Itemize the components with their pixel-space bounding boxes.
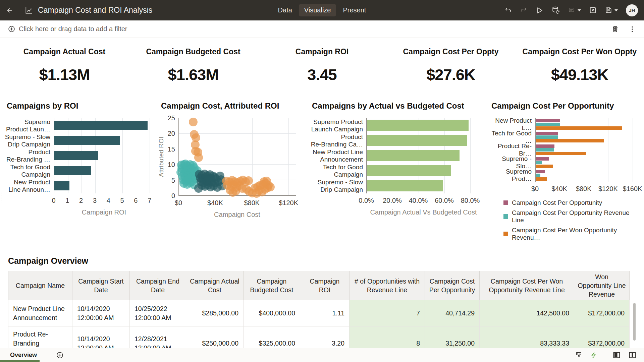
add-canvas-plus-icon[interactable] xyxy=(56,352,63,359)
refresh-data-icon[interactable] xyxy=(551,6,560,14)
gridline xyxy=(633,118,633,182)
x-axis: 0.0%20.0%40.0%60.0%80.0% xyxy=(366,197,481,205)
left-panel-toggle-icon[interactable] xyxy=(612,351,621,359)
kebab-menu-icon[interactable] xyxy=(629,25,636,33)
add-filter-plus-icon[interactable] xyxy=(8,25,15,33)
avatar[interactable]: JH xyxy=(626,4,638,16)
kpi-campaign-actual-cost[interactable]: Campaign Actual Cost $1.13M xyxy=(0,47,129,84)
bar[interactable] xyxy=(536,177,547,181)
legend-item[interactable]: Campaign Cost Per Opportunity xyxy=(503,199,637,206)
canvas-tab-overview[interactable]: Overview xyxy=(0,348,48,362)
legend-item[interactable]: Campaign Cost Per Opportunity Revenue Li… xyxy=(503,209,637,224)
kpi-cost-per-won-oppty[interactable]: Campaign Cost Per Won Oppty $49.13K xyxy=(515,47,644,84)
column-header[interactable]: Campaign Budgeted Cost xyxy=(244,271,300,300)
bar[interactable] xyxy=(367,120,469,131)
gridline xyxy=(150,118,150,193)
column-header[interactable]: Campaign Actual Cost xyxy=(186,271,244,300)
redo-icon[interactable] xyxy=(520,7,527,14)
bar[interactable] xyxy=(54,181,69,190)
column-header[interactable]: Campaign Cost Per Won Opportunity Revenu… xyxy=(480,271,574,300)
bar[interactable] xyxy=(536,174,540,177)
tab-visualize[interactable]: Visualize xyxy=(299,4,336,16)
scatter-point[interactable] xyxy=(244,176,253,185)
kpi-campaign-roi[interactable]: Campaign ROI 3.45 xyxy=(258,47,386,84)
filter-prompt[interactable]: Click here or drag data to add a filter xyxy=(19,25,127,33)
play-icon[interactable] xyxy=(535,6,543,14)
table-cell[interactable]: Product Re-Branding Campaign xyxy=(8,326,72,351)
open-window-icon[interactable] xyxy=(589,6,597,14)
column-header[interactable]: Campaign ROI xyxy=(300,271,350,300)
table-cell[interactable]: $250,000.00 xyxy=(186,326,244,351)
scatter-point[interactable] xyxy=(194,184,203,193)
table-cell[interactable]: 12/28/2021 12:00:00 AM xyxy=(130,326,186,351)
table-cell[interactable]: 3.20 xyxy=(300,326,350,351)
bar[interactable] xyxy=(536,157,549,161)
undo-icon[interactable] xyxy=(504,7,512,14)
tab-present[interactable]: Present xyxy=(338,4,371,16)
table-cell[interactable]: 10/25/2022 12:00:00 AM xyxy=(130,300,186,326)
axis-tick-label: 60.0% xyxy=(435,197,454,204)
comment-icon[interactable] xyxy=(568,6,581,14)
workbook-title: Campaign Cost and ROI Analysis xyxy=(38,6,152,15)
table-cell[interactable]: 83,333.33 xyxy=(480,326,574,351)
column-header[interactable]: Campaign End Date xyxy=(130,271,186,300)
table-cell[interactable]: 8 xyxy=(350,326,425,351)
bar[interactable] xyxy=(536,152,586,155)
table-cell[interactable]: $285,000.00 xyxy=(186,300,244,326)
table-cell[interactable]: 10/14/2020 12:00:00 AM xyxy=(72,300,130,326)
save-icon[interactable] xyxy=(605,6,618,14)
canvas-drag-handle[interactable] xyxy=(1,192,1,202)
style-brush-icon[interactable] xyxy=(575,351,583,359)
column-header[interactable]: Campaign Start Date xyxy=(72,271,130,300)
scatter-point[interactable] xyxy=(252,189,261,198)
table-cell[interactable]: $400,000.00 xyxy=(244,300,300,326)
bar[interactable] xyxy=(536,161,542,164)
bar[interactable] xyxy=(536,139,604,142)
bar[interactable] xyxy=(536,144,554,148)
column-header[interactable]: # of Opportunities with Revenue Line xyxy=(350,271,425,300)
scatter-point[interactable] xyxy=(262,177,271,185)
bar[interactable] xyxy=(536,119,560,122)
bar[interactable] xyxy=(536,148,554,152)
bar[interactable] xyxy=(54,166,91,175)
bar[interactable] xyxy=(367,165,451,176)
bar[interactable] xyxy=(367,180,443,191)
scatter-point[interactable] xyxy=(189,118,198,126)
table-cell[interactable]: 142,500.00 xyxy=(480,300,574,326)
table-cell[interactable]: 7 xyxy=(350,300,425,326)
scatter-point[interactable] xyxy=(194,153,203,162)
column-header[interactable]: Won Opportunity Line Revenue xyxy=(574,271,630,300)
bar[interactable] xyxy=(54,151,98,160)
tab-data[interactable]: Data xyxy=(273,4,297,16)
bar[interactable] xyxy=(367,135,467,146)
table-cell[interactable]: $325,000.00 xyxy=(244,326,300,351)
right-panel-toggle-icon[interactable] xyxy=(628,351,637,359)
kpi-campaign-budgeted-cost[interactable]: Campaign Budgeted Cost $1.63M xyxy=(129,47,258,84)
table-scrollbar-thumb[interactable] xyxy=(633,303,636,341)
table-cell[interactable]: $372,000.00 xyxy=(574,326,630,351)
table-cell[interactable]: 40,714.29 xyxy=(425,300,480,326)
canvas-settings-icon[interactable] xyxy=(611,25,619,33)
bar[interactable] xyxy=(536,126,622,130)
back-button[interactable] xyxy=(0,0,19,20)
spark-bolt-icon[interactable] xyxy=(590,352,597,359)
bar[interactable] xyxy=(367,150,460,161)
bar[interactable] xyxy=(536,165,553,168)
bar[interactable] xyxy=(54,121,148,130)
bar[interactable] xyxy=(54,136,120,145)
table-cell[interactable]: 10/14/2020 12:00:00 AM xyxy=(72,326,130,351)
table-cell[interactable]: 1.11 xyxy=(300,300,350,326)
mode-tabs: Data Visualize Present xyxy=(273,4,371,16)
bar[interactable] xyxy=(536,132,558,135)
table-cell[interactable]: $172,000.00 xyxy=(574,300,630,326)
bar[interactable] xyxy=(536,135,558,139)
table-cell[interactable]: New Product Line Announcement xyxy=(8,300,72,326)
kpi-cost-per-oppty[interactable]: Campaign Cost Per Oppty $27.6K xyxy=(386,47,515,84)
column-header[interactable]: Campaign Cost Per Opportunity xyxy=(425,271,480,300)
bar[interactable] xyxy=(536,123,560,126)
column-header[interactable]: Campaign Name xyxy=(8,271,72,300)
bar[interactable] xyxy=(536,170,545,173)
table-cell[interactable]: 31,250.00 xyxy=(425,326,480,351)
legend-item[interactable]: Campaign Cost Per Won Opportunity Revenu… xyxy=(503,227,637,241)
scatter-point[interactable] xyxy=(231,187,240,195)
